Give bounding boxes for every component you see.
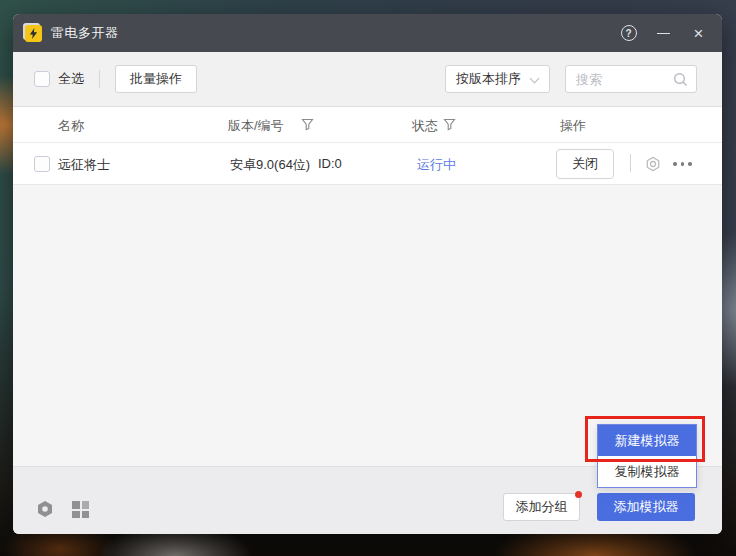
menu-item-new-emulator[interactable]: 新建模拟器 <box>598 425 696 456</box>
batch-operation-button[interactable]: 批量操作 <box>115 65 197 93</box>
emulator-name: 远征将士 <box>58 156 110 174</box>
close-button[interactable]: × <box>681 14 716 52</box>
select-all-label: 全选 <box>58 70 84 88</box>
titlebar[interactable]: 雷电多开器 ? × <box>13 14 722 52</box>
help-button[interactable]: ? <box>611 14 646 52</box>
sort-dropdown-value: 按版本排序 <box>456 70 521 88</box>
app-lightning-icon <box>25 25 42 42</box>
table-header: 名称 版本/编号 状态 操作 <box>13 107 722 143</box>
select-all-checkbox[interactable] <box>34 71 50 87</box>
header-action: 操作 <box>560 117 586 135</box>
sort-dropdown[interactable]: 按版本排序 <box>445 65 550 93</box>
table-row: 远征将士 安卓9.0(64位) ID:0 运行中 关闭 <box>13 143 722 185</box>
app-window: 雷电多开器 ? × 全选 批量操作 按版本排序 <box>13 14 722 534</box>
toolbar-divider <box>99 70 100 88</box>
chevron-down-icon <box>530 74 540 84</box>
more-options-button[interactable] <box>673 162 692 166</box>
settings-gear-icon[interactable] <box>645 156 661 172</box>
add-group-button[interactable]: 添加分组 <box>503 493 580 521</box>
app-title: 雷电多开器 <box>51 24 119 42</box>
row-divider <box>630 154 631 172</box>
search-icon <box>673 72 688 87</box>
toolbar: 全选 批量操作 按版本排序 <box>13 52 722 107</box>
menu-item-copy-emulator[interactable]: 复制模拟器 <box>598 456 696 487</box>
notification-dot <box>575 491 582 498</box>
filter-funnel-icon[interactable] <box>443 118 456 131</box>
add-group-label: 添加分组 <box>516 498 568 516</box>
row-checkbox[interactable] <box>34 156 50 172</box>
add-emulator-button[interactable]: 添加模拟器 <box>597 493 695 521</box>
minimize-button[interactable] <box>646 14 681 52</box>
header-version: 版本/编号 <box>228 117 284 135</box>
settings-nut-icon[interactable] <box>36 500 54 518</box>
help-icon: ? <box>621 25 637 41</box>
header-status: 状态 <box>412 117 438 135</box>
close-icon: × <box>694 25 704 42</box>
emulator-id: ID:0 <box>318 156 342 171</box>
search-box <box>565 65 697 93</box>
close-emulator-button[interactable]: 关闭 <box>556 149 614 179</box>
emulator-version: 安卓9.0(64位) <box>230 156 310 174</box>
titlebar-buttons: ? × <box>611 14 716 52</box>
status-badge: 运行中 <box>417 156 456 174</box>
minimize-icon <box>657 33 670 34</box>
header-name: 名称 <box>58 117 84 135</box>
filter-funnel-icon[interactable] <box>301 118 314 131</box>
context-menu: 新建模拟器 复制模拟器 <box>597 424 697 488</box>
grid-view-icon[interactable] <box>72 501 89 518</box>
